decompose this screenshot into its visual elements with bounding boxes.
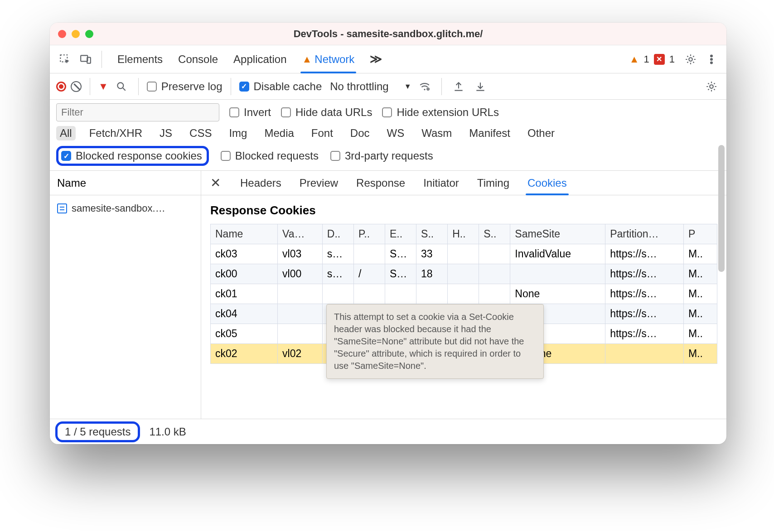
network-conditions-button[interactable] [416,78,433,95]
table-cell: ck03 [211,244,278,264]
blocked-response-cookies-checkbox[interactable]: ✓ Blocked response cookies [56,146,209,166]
filter-toggle-button[interactable]: ▼ [98,81,108,92]
type-filter-wasm[interactable]: Wasm [418,126,455,140]
table-header-row[interactable]: NameVa…D..P..E..S..H..S..SameSitePartiti… [211,224,717,244]
table-cell: ck00 [211,264,278,284]
more-options-button[interactable] [703,51,720,68]
type-filter-fetchxhr[interactable]: Fetch/XHR [86,126,146,140]
column-header-name[interactable]: Name [50,171,201,195]
column-header[interactable]: P.. [353,224,385,244]
tab-timing[interactable]: Timing [477,171,509,195]
request-row[interactable]: samesite-sandbox.… [55,200,195,217]
upload-icon [453,81,464,92]
gear-icon [706,81,717,92]
table-cell: InvalidValue [510,244,605,264]
type-filter-img[interactable]: Img [225,126,251,140]
type-filter-doc[interactable]: Doc [347,126,373,140]
tab-application[interactable]: Application [233,45,286,73]
table-cell: / [353,264,385,284]
network-settings-button[interactable] [703,78,720,95]
issue-counters[interactable]: ▲1 ✕1 [629,53,675,65]
type-filter-media[interactable]: Media [261,126,297,140]
type-filter-other[interactable]: Other [524,126,558,140]
svg-point-9 [427,88,429,90]
error-icon: ✕ [654,54,665,65]
more-tabs-button[interactable]: ≫ [370,45,382,73]
tab-network[interactable]: ▲ Network [302,45,355,73]
scrollbar[interactable] [717,109,726,417]
tab-cookies[interactable]: Cookies [527,171,567,195]
export-har-button[interactable] [472,78,489,95]
svg-point-7 [117,82,123,88]
column-header[interactable]: S.. [416,224,448,244]
type-filter-js[interactable]: JS [156,126,176,140]
clear-button[interactable] [71,81,82,92]
table-cell: https://s… [605,324,684,344]
column-header[interactable]: E.. [385,224,416,244]
detail-tabs: ✕ Headers Preview Response Initiator Tim… [201,171,726,195]
document-icon [57,203,67,213]
window-title: DevTools - samesite-sandbox.glitch.me/ [50,28,726,40]
gear-icon [685,53,697,65]
table-cell: vl02 [278,344,323,364]
checkbox-icon [147,82,157,92]
column-header[interactable]: Va… [278,224,323,244]
tab-label: Console [178,53,218,66]
devtools-window: DevTools - samesite-sandbox.glitch.me/ E… [50,23,726,444]
throttling-select[interactable]: No throttling ▼ [330,80,411,93]
type-filter-css[interactable]: CSS [186,126,215,140]
tab-console[interactable]: Console [178,45,218,73]
titlebar: DevTools - samesite-sandbox.glitch.me/ [50,23,726,45]
wifi-gear-icon [419,81,431,92]
table-cell: vl03 [278,244,323,264]
zoom-window-button[interactable] [85,30,93,38]
table-cell [479,284,510,304]
import-har-button[interactable] [450,78,467,95]
disable-cache-checkbox[interactable]: ✓ Disable cache [239,80,322,93]
close-details-button[interactable]: ✕ [208,175,222,190]
settings-button[interactable] [682,51,699,68]
tab-preview[interactable]: Preview [300,171,338,195]
filter-input[interactable] [56,103,219,121]
table-cell: M.. [683,244,717,264]
hide-data-urls-checkbox[interactable]: Hide data URLs [281,106,372,119]
record-button[interactable] [56,82,66,92]
tab-headers[interactable]: Headers [240,171,281,195]
search-button[interactable] [113,78,130,95]
device-toolbar-icon[interactable] [77,51,94,68]
table-row[interactable]: ck00vl00s…/S…18https://s…M.. [211,264,717,284]
column-header[interactable]: SameSite [510,224,605,244]
column-header[interactable]: H.. [448,224,479,244]
invert-checkbox[interactable]: Invert [229,106,271,119]
warning-count: 1 [644,53,649,65]
type-filter-font[interactable]: Font [308,126,337,140]
preserve-log-checkbox[interactable]: Preserve log [147,80,223,93]
third-party-requests-checkbox[interactable]: 3rd-party requests [330,150,433,162]
tab-initiator[interactable]: Initiator [423,171,459,195]
table-cell: s… [322,264,353,284]
inspect-element-icon[interactable] [56,51,73,68]
table-row[interactable]: ck01Nonehttps://s…M.. [211,284,717,304]
type-filter-ws[interactable]: WS [383,126,408,140]
hide-extension-urls-checkbox[interactable]: Hide extension URLs [382,106,498,119]
column-header[interactable]: D.. [322,224,353,244]
close-window-button[interactable] [58,30,66,38]
tab-elements[interactable]: Elements [117,45,163,73]
table-cell [353,284,385,304]
column-header[interactable]: Partition… [605,224,684,244]
type-filter-all[interactable]: All [56,126,76,140]
minimize-window-button[interactable] [72,30,80,38]
window-controls [58,30,93,38]
type-filter-manifest[interactable]: Manifest [465,126,514,140]
column-header[interactable]: Name [211,224,278,244]
table-row[interactable]: ck03vl03s…S…33InvalidValuehttps://s…M.. [211,244,717,264]
table-cell: s… [322,244,353,264]
column-header[interactable]: S.. [479,224,510,244]
blocked-requests-checkbox[interactable]: Blocked requests [221,150,319,162]
table-cell: https://s… [605,264,684,284]
column-header[interactable]: P [683,224,717,244]
status-bar: 1 / 5 requests 11.0 kB [50,419,726,444]
table-cell [479,264,510,284]
table-cell [448,244,479,264]
tab-response[interactable]: Response [356,171,405,195]
